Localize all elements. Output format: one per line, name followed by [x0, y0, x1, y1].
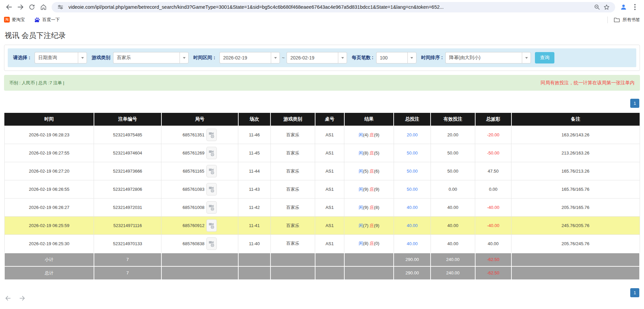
browser-toolbar: videoie.com/ipl/portal.php/game/betrecor…: [0, 0, 644, 14]
caret-down-icon[interactable]: [78, 52, 87, 63]
video-file-icon: [209, 240, 214, 247]
round-id-value: 685760838: [183, 241, 204, 246]
video-replay-button[interactable]: [206, 183, 217, 195]
url-text: videoie.com/ipl/portal.php/game/betrecor…: [68, 4, 592, 10]
cell-round-id: 685761083: [161, 180, 238, 198]
table-row: 2026-02-19 06:26:55 523214972806 6857610…: [4, 180, 640, 198]
forward-button[interactable]: [15, 1, 26, 13]
totals-cell: 240.00: [431, 266, 475, 280]
all-bookmarks[interactable]: 所有书签: [607, 16, 640, 23]
totals-cell: 290.00: [394, 266, 431, 280]
back-icon[interactable]: [5, 295, 11, 302]
profile-icon: [620, 3, 627, 11]
caret-down-icon[interactable]: [180, 52, 189, 63]
bookmarks-bar: 淘 爱淘宝 百度一下 所有书签: [0, 14, 644, 25]
pagination-page-1[interactable]: 1: [630, 99, 639, 108]
forward-icon[interactable]: [19, 295, 26, 302]
col-time: 时间: [4, 113, 94, 126]
top-pagination-row: 1: [4, 91, 640, 113]
page-size-value: 100: [376, 52, 407, 63]
home-button[interactable]: [38, 1, 49, 13]
video-replay-button[interactable]: [206, 147, 217, 159]
pagination-page-1-bottom[interactable]: 1: [630, 288, 639, 297]
date-from-select[interactable]: 2026-02-19: [219, 52, 280, 63]
caret-down-icon[interactable]: [522, 52, 531, 63]
query-type-select[interactable]: 日期查询: [35, 52, 87, 63]
site-info-icon[interactable]: [56, 2, 65, 12]
cell-game: 百家乐: [270, 144, 315, 162]
profile-button[interactable]: [618, 1, 629, 13]
game-type-select[interactable]: 百家乐: [113, 52, 189, 63]
filter-panel: 请选择： 日期查询 游戏类别 百家乐 时间区间： 2026-02-19 ~ 20…: [4, 45, 640, 71]
reload-icon: [29, 4, 35, 10]
video-replay-button[interactable]: [206, 237, 217, 250]
back-button[interactable]: [3, 1, 15, 13]
cell-total-bet[interactable]: 50.00: [394, 144, 431, 162]
cell-total-bet[interactable]: 40.00: [394, 198, 431, 217]
col-note: 备注: [511, 113, 640, 126]
sort-select[interactable]: 降幂(由大到小): [445, 52, 531, 63]
cell-round-id: 685760838: [161, 235, 238, 253]
cell-time: 2026-02-19 06:25:30: [4, 235, 94, 253]
cell-table-no: AS1: [315, 144, 344, 162]
reload-button[interactable]: [26, 1, 38, 13]
cell-payout: -40.00: [475, 217, 511, 235]
video-replay-button[interactable]: [206, 129, 217, 141]
cell-result: 闲(7) 庄(9): [344, 217, 394, 235]
cell-time: 2026-02-19 06:26:55: [4, 180, 94, 198]
cell-note: 165.76/165.76: [511, 180, 640, 198]
video-file-icon: [209, 222, 214, 229]
bookmark-taobao[interactable]: 淘 爱淘宝: [4, 17, 25, 23]
date-to-select[interactable]: 2026-02-19: [287, 52, 347, 63]
cell-total-bet[interactable]: 20.00: [394, 126, 431, 144]
bookmark-star-icon[interactable]: [602, 2, 611, 12]
cell-result: 闲(9) 庄(9): [344, 180, 394, 198]
cell-game: 百家乐: [270, 180, 315, 198]
page-size-select[interactable]: 100: [376, 52, 416, 63]
zoom-out-icon[interactable]: [592, 2, 602, 12]
totals-cell: [161, 253, 238, 266]
video-replay-button[interactable]: [206, 219, 217, 232]
cell-table-no: AS1: [315, 198, 344, 217]
table-row: 2026-02-19 06:26:27 523214972031 6857610…: [4, 198, 640, 217]
cell-total-bet[interactable]: 50.00: [394, 162, 431, 180]
cell-table-no: AS1: [315, 162, 344, 180]
url-bar[interactable]: videoie.com/ipl/portal.php/game/betrecor…: [52, 2, 615, 12]
col-session: 场次: [238, 113, 271, 126]
totals-cell: [238, 253, 271, 266]
cell-session: 11-46: [238, 126, 271, 144]
cell-bet-id: 523214973666: [94, 162, 161, 180]
totals-cell: 7: [94, 253, 161, 266]
video-file-icon: [209, 149, 214, 157]
cell-round-id: 685761165: [161, 162, 238, 180]
cell-total-bet[interactable]: 40.00: [394, 235, 431, 253]
game-type-value: 百家乐: [113, 52, 180, 63]
cell-total-bet[interactable]: 50.00: [394, 180, 431, 198]
caret-down-icon[interactable]: [407, 52, 416, 63]
search-button[interactable]: 查询: [535, 52, 554, 63]
cell-total-bet[interactable]: 40.00: [394, 217, 431, 235]
filter-bar: 请选择： 日期查询 游戏类别 百家乐 时间区间： 2026-02-19 ~ 20…: [8, 48, 636, 67]
taobao-icon: 淘: [4, 17, 10, 23]
col-round-id: 局号: [161, 113, 238, 126]
caret-down-icon[interactable]: [338, 52, 347, 63]
bookmark-taobao-label: 爱淘宝: [12, 17, 25, 23]
back-icon: [5, 3, 13, 11]
date-from-value: 2026-02-19: [219, 52, 271, 63]
col-payout: 总派彩: [475, 113, 511, 126]
footer-nav: [5, 295, 26, 302]
summary-warning: 同局有效投注，统一计算在该局第一张注单内: [541, 80, 635, 86]
video-replay-button[interactable]: [206, 201, 217, 214]
bookmark-baidu[interactable]: 百度一下: [34, 17, 60, 23]
cell-result: 闲(8) 庄(5): [344, 144, 394, 162]
video-replay-button[interactable]: [206, 165, 217, 177]
summary-currency-total: 币别 : 人民币 | 总共 :7 注单 |: [9, 80, 64, 86]
caret-down-icon[interactable]: [271, 52, 280, 63]
menu-button[interactable]: [629, 1, 641, 13]
cell-valid-bet: 0.00: [431, 180, 475, 198]
forward-icon: [17, 3, 24, 11]
cell-round-id: 685761351: [161, 126, 238, 144]
totals-cell: [270, 266, 315, 280]
date-to-value: 2026-02-19: [287, 52, 338, 63]
sort-value: 降幂(由大到小): [445, 52, 522, 63]
